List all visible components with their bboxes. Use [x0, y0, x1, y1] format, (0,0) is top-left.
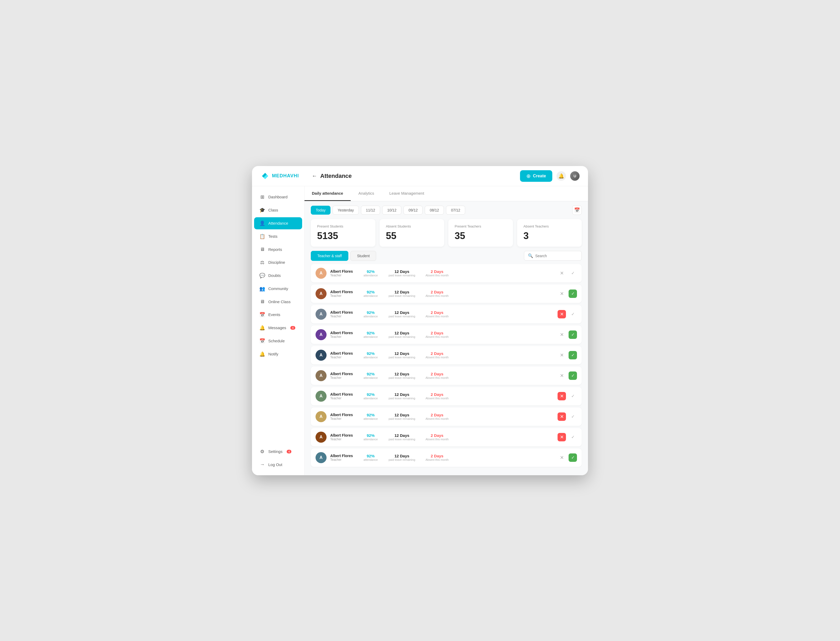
- teacher-info: Albert Flores Teacher: [330, 372, 357, 380]
- sidebar-item-schedule[interactable]: 📅 Schedule: [254, 335, 302, 347]
- stat-card-present-teachers: Present Teachers 35: [448, 219, 513, 247]
- sidebar-item-events[interactable]: 📅 Events: [254, 309, 302, 321]
- sidebar-item-notify[interactable]: 🔔 Notify: [254, 348, 302, 360]
- absent-days: 2 Days: [422, 269, 451, 274]
- absent-days: 2 Days: [422, 372, 451, 376]
- stat-card-absent-students: Absent Students 55: [379, 219, 444, 247]
- leave-days: 12 Days: [385, 392, 419, 397]
- settings-badge: 4: [287, 450, 291, 453]
- attendance-label: attendance: [360, 294, 381, 297]
- reject-button[interactable]: ✕: [557, 412, 566, 421]
- table-row: A Albert Flores Teacher 92% attendance 1…: [311, 407, 582, 426]
- attendance-percentage: 92% attendance: [360, 433, 381, 441]
- attendance-label: attendance: [360, 315, 381, 318]
- sidebar-item-discipline[interactable]: ⚖ Discipline: [254, 256, 302, 269]
- approve-button[interactable]: ✓: [569, 351, 577, 359]
- date-tab-07-12[interactable]: 07/12: [446, 206, 465, 215]
- table-section: Teacher & staff Student 🔍 A Albert Flore…: [305, 251, 588, 475]
- teacher-avatar: A: [316, 391, 326, 402]
- notification-bell-icon[interactable]: 🔔: [556, 171, 566, 181]
- teacher-info: Albert Flores Teacher: [330, 413, 357, 420]
- attendance-label: attendance: [360, 417, 381, 420]
- date-tab-11-12[interactable]: 11/12: [361, 206, 380, 215]
- sidebar-item-label: Log Out: [268, 462, 282, 467]
- approve-button[interactable]: ✓: [569, 412, 577, 421]
- sidebar-item-messages[interactable]: 🔔 Messages 4: [254, 322, 302, 334]
- attendance-value: 92%: [360, 454, 381, 458]
- calendar-picker-button[interactable]: 📅: [572, 205, 582, 215]
- reject-button[interactable]: ✕: [557, 433, 566, 441]
- sidebar-item-logout[interactable]: → Log Out: [254, 459, 302, 470]
- create-button[interactable]: ⊕ Create: [520, 170, 552, 182]
- date-tab-08-12[interactable]: 08/12: [425, 206, 444, 215]
- leave-info: 12 Days paid leave remaining: [385, 433, 419, 441]
- sidebar-item-label: Doubts: [268, 273, 281, 278]
- leave-label: paid leave remaining: [385, 356, 419, 359]
- approve-button[interactable]: ✓: [569, 453, 577, 462]
- approve-button[interactable]: ✓: [569, 392, 577, 400]
- sidebar-item-reports[interactable]: 🖥 Reports: [254, 243, 302, 255]
- attendance-percentage: 92% attendance: [360, 351, 381, 359]
- tab-student[interactable]: Student: [350, 251, 376, 261]
- doubts-icon: 💬: [259, 273, 265, 279]
- sidebar-item-settings[interactable]: ⚙ Settings 4: [254, 446, 302, 457]
- approve-button[interactable]: ✓: [569, 310, 577, 318]
- stats-row: Present Students 5135 Absent Students 55…: [305, 219, 588, 251]
- date-tab-10-12[interactable]: 10/12: [382, 206, 402, 215]
- teacher-name: Albert Flores: [330, 290, 357, 294]
- sidebar-item-doubts[interactable]: 💬 Doubts: [254, 269, 302, 282]
- row-actions: ✕ ✓: [557, 453, 577, 462]
- teacher-info: Albert Flores Teacher: [330, 351, 357, 359]
- plus-icon: ⊕: [526, 173, 531, 179]
- teacher-name: Albert Flores: [330, 413, 357, 417]
- messages-icon: 🔔: [259, 325, 265, 331]
- table-row: A Albert Flores Teacher 92% attendance 1…: [311, 428, 582, 446]
- sidebar-item-community[interactable]: 👥 Community: [254, 283, 302, 295]
- sidebar-item-class[interactable]: 🎓 Class: [254, 204, 302, 216]
- attendance-icon: 👤: [259, 221, 265, 226]
- teacher-role: Teacher: [330, 314, 357, 318]
- back-button[interactable]: ←: [312, 173, 317, 179]
- leave-info: 12 Days paid leave remaining: [385, 392, 419, 400]
- search-input[interactable]: [535, 254, 578, 258]
- subnav-daily-attendance[interactable]: Daily attendance: [305, 186, 351, 201]
- approve-button[interactable]: ✓: [569, 433, 577, 441]
- absent-days: 2 Days: [422, 454, 451, 458]
- tab-teacher-staff[interactable]: Teacher & staff: [311, 251, 349, 261]
- teacher-role: Teacher: [330, 437, 357, 441]
- user-avatar[interactable]: U: [570, 171, 580, 181]
- sidebar-item-label: Attendance: [268, 221, 288, 225]
- teacher-avatar: A: [316, 288, 326, 299]
- leave-days: 12 Days: [385, 372, 419, 376]
- leave-label: paid leave remaining: [385, 458, 419, 461]
- table-row: A Albert Flores Teacher 92% attendance 1…: [311, 285, 582, 303]
- approve-button[interactable]: ✓: [569, 269, 577, 277]
- teacher-name: Albert Flores: [330, 331, 357, 335]
- reject-button[interactable]: ✕: [557, 310, 566, 318]
- reject-button[interactable]: ✕: [557, 269, 566, 277]
- subnav-analytics[interactable]: Analytics: [351, 186, 382, 201]
- logo-area: MEDHAVHI: [260, 171, 308, 181]
- sidebar-item-dashboard[interactable]: ⊞ Dashboard: [254, 191, 302, 203]
- sidebar-item-online-class[interactable]: 🖥 Online Class: [254, 296, 302, 308]
- approve-button[interactable]: ✓: [569, 330, 577, 339]
- reject-button[interactable]: ✕: [557, 392, 566, 400]
- reject-button[interactable]: ✕: [557, 351, 566, 359]
- date-tab-today[interactable]: Today: [311, 206, 331, 215]
- attendance-percentage: 92% attendance: [360, 372, 381, 379]
- reject-button[interactable]: ✕: [557, 453, 566, 462]
- approve-button[interactable]: ✓: [569, 372, 577, 380]
- row-actions: ✕ ✓: [557, 392, 577, 400]
- subnav-leave-management[interactable]: Leave Management: [382, 186, 432, 201]
- date-tab-yesterday[interactable]: Yesterday: [332, 206, 359, 215]
- reject-button[interactable]: ✕: [557, 372, 566, 380]
- leave-days: 12 Days: [385, 433, 419, 438]
- leave-info: 12 Days paid leave remaining: [385, 331, 419, 338]
- teacher-role: Teacher: [330, 458, 357, 462]
- reject-button[interactable]: ✕: [557, 330, 566, 339]
- approve-button[interactable]: ✓: [569, 290, 577, 298]
- date-tab-09-12[interactable]: 09/12: [403, 206, 422, 215]
- sidebar-item-attendance[interactable]: 👤 Attendance: [254, 217, 302, 229]
- reject-button[interactable]: ✕: [557, 290, 566, 298]
- sidebar-item-tests[interactable]: 📋 Tests: [254, 230, 302, 243]
